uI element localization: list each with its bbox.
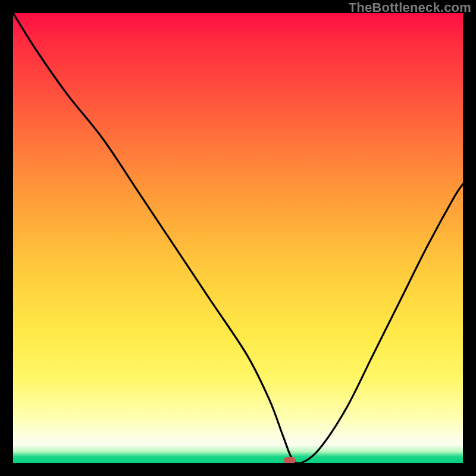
curve-path [13, 13, 463, 463]
minimum-marker [284, 457, 296, 463]
chart-stage: TheBottleneck.com [0, 0, 476, 476]
plot-area [13, 13, 463, 463]
bottleneck-curve [13, 13, 463, 463]
